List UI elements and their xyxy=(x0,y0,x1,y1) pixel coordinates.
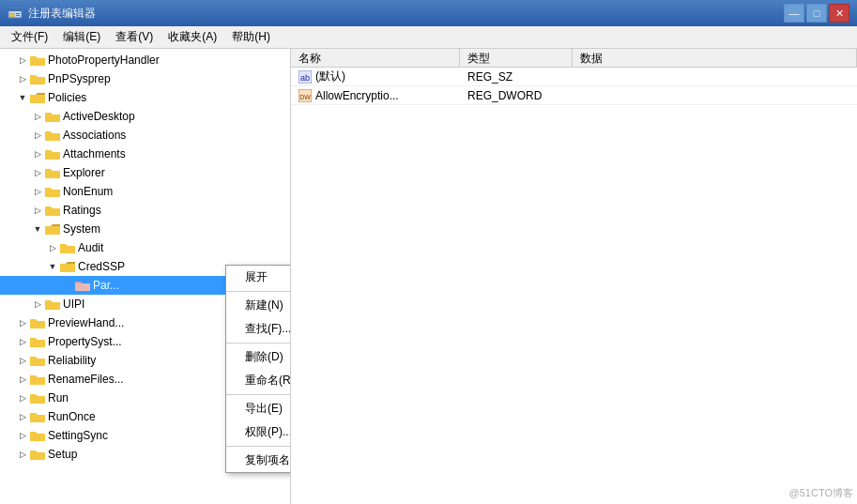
ctx-copy[interactable]: 复制项名称(C) xyxy=(226,449,291,472)
expander-renamefiles[interactable]: ▷ xyxy=(15,372,30,387)
label-photoproperty: PhotoPropertyHandler xyxy=(48,53,160,67)
label-system: System xyxy=(63,222,100,236)
expander-uipi[interactable]: ▷ xyxy=(30,297,45,312)
label-nonenum: NonEnum xyxy=(63,185,113,198)
label-associations: Associations xyxy=(63,129,126,142)
right-name-allowencryption: AllowEncryptio... xyxy=(315,89,399,102)
menu-bar: 文件(F) 编辑(E) 查看(V) 收藏夹(A) 帮助(H) xyxy=(0,26,857,49)
right-row-allowencryption[interactable]: DW AllowEncryptio... REG_DWORD xyxy=(291,86,857,105)
expander-previewhand[interactable]: ▷ xyxy=(15,315,30,330)
menu-favorites[interactable]: 收藏夹(A) xyxy=(161,27,224,47)
label-propertysyst: PropertySyst... xyxy=(48,335,122,348)
maximize-button[interactable]: □ xyxy=(806,4,827,23)
folder-icon-system xyxy=(45,222,60,236)
title-controls: — □ ✕ xyxy=(784,4,849,23)
label-reliability: Reliability xyxy=(48,354,96,367)
expander-ratings[interactable]: ▷ xyxy=(30,203,45,218)
folder-icon-renamefiles xyxy=(30,373,45,386)
folder-icon-ratings xyxy=(45,204,60,217)
folder-icon-audit xyxy=(60,241,75,254)
label-run: Run xyxy=(48,391,69,405)
ctx-permissions[interactable]: 权限(P)... xyxy=(226,420,291,444)
menu-help[interactable]: 帮助(H) xyxy=(224,27,278,47)
tree-item-pnpsysprep[interactable]: ▷ PnPSysprep xyxy=(0,69,290,88)
expander-attachments[interactable]: ▷ xyxy=(30,146,45,161)
app-icon xyxy=(8,6,23,21)
ctx-rename[interactable]: 重命名(R) xyxy=(226,369,291,392)
tree-item-activedesktop[interactable]: ▷ ActiveDesktop xyxy=(0,107,290,126)
string-icon: ab xyxy=(298,70,312,84)
right-cell-type-default: REG_SZ xyxy=(460,70,573,84)
ctx-delete[interactable]: 删除(D) xyxy=(226,345,291,369)
tree-item-ratings[interactable]: ▷ Ratings xyxy=(0,201,290,220)
label-activedesktop: ActiveDesktop xyxy=(63,110,135,123)
tree-item-audit[interactable]: ▷ Audit xyxy=(0,238,290,257)
close-button[interactable]: ✕ xyxy=(829,4,849,23)
ctx-expand[interactable]: 展开 xyxy=(226,266,291,289)
expander-parameters[interactable] xyxy=(60,278,75,293)
expander-propertysyst[interactable]: ▷ xyxy=(15,334,30,349)
folder-icon-nonenum xyxy=(45,185,60,198)
ctx-sep-4 xyxy=(226,446,291,447)
expander-associations[interactable]: ▷ xyxy=(30,128,45,143)
tree-item-policies[interactable]: ▼ Policies xyxy=(0,88,290,107)
menu-edit[interactable]: 编辑(E) xyxy=(55,27,108,47)
expander-runonce[interactable]: ▷ xyxy=(15,409,30,424)
tree-item-system[interactable]: ▼ System xyxy=(0,220,290,238)
right-header: 名称 类型 数据 xyxy=(291,49,857,68)
ctx-export[interactable]: 导出(E) xyxy=(226,397,291,420)
expander-activedesktop[interactable]: ▷ xyxy=(30,109,45,124)
folder-icon-runonce xyxy=(30,410,45,423)
right-cell-name-default: ab (默认) xyxy=(291,69,460,84)
label-previewhand: PreviewHand... xyxy=(48,316,124,329)
right-cell-name-allowencryption: DW AllowEncryptio... xyxy=(291,89,460,102)
col-header-type: 类型 xyxy=(460,49,573,67)
expander-photoproperty[interactable]: ▷ xyxy=(15,53,30,68)
expander-run[interactable]: ▷ xyxy=(15,390,30,405)
ctx-sep-1 xyxy=(226,291,291,292)
expander-setup[interactable]: ▷ xyxy=(15,447,30,462)
label-pnpsysprep: PnPSysprep xyxy=(48,72,111,85)
right-row-default[interactable]: ab (默认) REG_SZ xyxy=(291,68,857,86)
main-area: ▷ PhotoPropertyHandler ▷ PnPSysprep ▼ Po… xyxy=(0,49,857,504)
expander-system[interactable]: ▼ xyxy=(30,221,45,237)
expander-explorer[interactable]: ▷ xyxy=(30,165,45,180)
menu-file[interactable]: 文件(F) xyxy=(4,27,55,47)
svg-rect-4 xyxy=(16,15,20,16)
expander-reliability[interactable]: ▷ xyxy=(15,353,30,368)
menu-view[interactable]: 查看(V) xyxy=(108,27,161,47)
col-header-data: 数据 xyxy=(573,49,857,67)
watermark: @51CTO博客 xyxy=(789,486,853,500)
tree-item-photoproperty[interactable]: ▷ PhotoPropertyHandler xyxy=(0,51,290,69)
tree-item-associations[interactable]: ▷ Associations xyxy=(0,126,290,145)
tree-item-explorer[interactable]: ▷ Explorer xyxy=(0,163,290,182)
svg-rect-3 xyxy=(16,13,20,14)
folder-icon-previewhand xyxy=(30,316,45,329)
expander-pnpsysprep[interactable]: ▷ xyxy=(15,71,30,86)
label-credssp: CredSSP xyxy=(78,260,125,273)
folder-icon-run xyxy=(30,391,45,405)
minimize-button[interactable]: — xyxy=(784,4,804,23)
folder-icon-reliability xyxy=(30,354,45,367)
expander-settingsync[interactable]: ▷ xyxy=(15,428,30,443)
expander-credssp[interactable]: ▼ xyxy=(45,259,60,274)
title-text: 注册表编辑器 xyxy=(28,6,96,22)
label-attachments: Attachments xyxy=(63,147,126,160)
tree-panel: ▷ PhotoPropertyHandler ▷ PnPSysprep ▼ Po… xyxy=(0,49,291,504)
right-panel: 名称 类型 数据 ab (默认) REG_SZ DW A xyxy=(291,49,857,504)
ctx-sep-3 xyxy=(226,394,291,395)
tree-item-nonenum[interactable]: ▷ NonEnum xyxy=(0,182,290,201)
ctx-new[interactable]: 新建(N) xyxy=(226,294,291,317)
folder-icon-attachments xyxy=(45,147,60,160)
ctx-find[interactable]: 查找(F)... xyxy=(226,317,291,341)
svg-rect-2 xyxy=(10,13,14,17)
right-cell-type-allowencryption: REG_DWORD xyxy=(460,89,573,102)
tree-item-attachments[interactable]: ▷ Attachments xyxy=(0,145,290,163)
title-bar-left: 注册表编辑器 xyxy=(8,6,96,22)
expander-audit[interactable]: ▷ xyxy=(45,240,60,255)
expander-policies[interactable]: ▼ xyxy=(15,90,30,105)
label-audit: Audit xyxy=(78,241,103,254)
expander-nonenum[interactable]: ▷ xyxy=(30,184,45,199)
svg-text:DW: DW xyxy=(299,94,311,100)
folder-icon-propertysyst xyxy=(30,335,45,348)
